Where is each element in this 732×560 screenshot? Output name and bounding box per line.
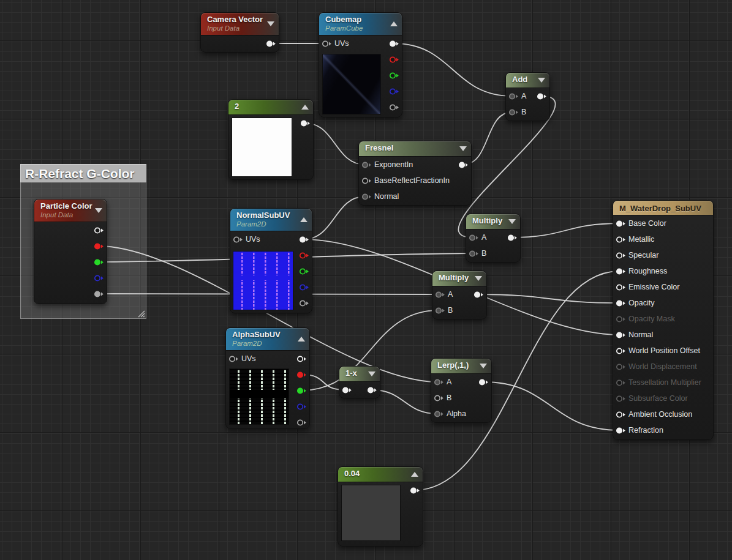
wire-cubemap.0-to-add.0[interactable]	[394, 43, 512, 96]
input-pin-a[interactable]	[469, 234, 479, 242]
input-pin-world-displacement[interactable]	[616, 363, 626, 371]
output-pin[interactable]	[299, 267, 309, 275]
input-pin-b[interactable]	[435, 307, 445, 315]
output-pin[interactable]	[458, 161, 469, 169]
input-pin-exponentin[interactable]	[361, 161, 372, 169]
collapse-down-icon[interactable]	[95, 208, 102, 213]
collapse-down-icon[interactable]	[475, 276, 482, 281]
collapse-up-icon[interactable]	[301, 105, 309, 110]
node-multiply_top[interactable]: MultiplyAB	[466, 214, 521, 263]
pin-row	[230, 295, 312, 311]
input-pin-alpha[interactable]	[434, 410, 444, 418]
pin-label: Roughness	[628, 267, 667, 275]
input-pin-uvs[interactable]	[322, 40, 332, 48]
output-pin[interactable]	[94, 274, 104, 282]
output-pin[interactable]	[389, 40, 399, 48]
input-pin-a[interactable]	[435, 291, 445, 299]
input-pin-subsurface-color[interactable]	[616, 395, 626, 403]
collapse-down-icon[interactable]	[368, 371, 375, 376]
node-alphasubuv[interactable]: AlphaSubUVParam2DUVs	[225, 327, 310, 429]
input-pin-ambient-occlusion[interactable]	[616, 411, 626, 419]
input-pin-tessellation-multiplier[interactable]	[616, 379, 626, 387]
output-pin[interactable]	[266, 40, 276, 48]
wire-normalsubuv.0-to-fresnel.2[interactable]	[304, 196, 365, 239]
node-one_minus_x[interactable]: 1-x	[339, 366, 380, 398]
input-pin-uvs[interactable]	[228, 355, 239, 363]
collapse-down-icon[interactable]	[459, 146, 467, 151]
input-pin-b[interactable]	[434, 394, 444, 402]
node-particle_color[interactable]: Particle ColorInput Data	[34, 199, 107, 304]
pin-label: Tessellation Multiplier	[628, 378, 701, 387]
output-pin[interactable]	[299, 252, 309, 259]
pin-row: Metallic	[613, 231, 713, 247]
output-pin[interactable]	[478, 378, 489, 386]
output-pin[interactable]	[410, 487, 420, 495]
input-pin-emissive-color[interactable]	[616, 283, 626, 291]
input-pin-a[interactable]	[508, 92, 519, 100]
output-pin[interactable]	[94, 258, 104, 266]
node-const004[interactable]: 0.04	[338, 466, 423, 547]
pin-row: UVs	[230, 231, 312, 247]
collapse-down-icon[interactable]	[508, 219, 516, 224]
input-pin-one-minus-x[interactable]	[342, 386, 352, 394]
output-pin[interactable]	[296, 387, 307, 395]
wire-one_minus_x.0-to-lerp.2[interactable]	[372, 390, 437, 414]
output-pin[interactable]	[299, 299, 309, 307]
node-multiply_bottom[interactable]: MultiplyAB	[432, 271, 487, 319]
output-pin[interactable]	[296, 371, 307, 379]
node-camera_vector[interactable]: Camera VectorInput Data	[200, 12, 279, 53]
input-pin-a[interactable]	[434, 378, 444, 386]
input-pin-roughness[interactable]	[616, 267, 626, 275]
input-pin-normal[interactable]	[616, 331, 626, 339]
output-pin[interactable]	[474, 291, 484, 299]
output-pin[interactable]	[367, 386, 377, 394]
node-add[interactable]: AddAB	[505, 72, 550, 121]
output-pin[interactable]	[300, 119, 311, 127]
node-lerp[interactable]: Lerp(,1,)ABAlpha	[431, 358, 492, 423]
wire-multiply_bottom.0-to-material.5[interactable]	[478, 294, 619, 303]
node-normalsubuv[interactable]: NormalSubUVParam2DUVs	[230, 208, 312, 313]
input-pin-base-color[interactable]	[616, 220, 626, 228]
input-pin-normal[interactable]	[361, 193, 372, 201]
output-pin[interactable]	[389, 56, 399, 64]
output-pin[interactable]	[299, 283, 309, 291]
collapse-up-icon[interactable]	[411, 472, 418, 477]
graph-canvas[interactable]: R-Refract G-Color Camera VectorInput Dat…	[0, 0, 732, 560]
output-pin[interactable]	[296, 403, 307, 411]
node-material[interactable]: M_WaterDrop_SubUVBase ColorMetallicSpecu…	[613, 200, 714, 440]
wire-multiply_top.0-to-material.0[interactable]	[512, 223, 619, 237]
collapse-up-icon[interactable]	[300, 217, 308, 222]
output-pin[interactable]	[537, 92, 547, 100]
output-pin[interactable]	[94, 290, 104, 298]
output-pin[interactable]	[296, 419, 307, 427]
output-pin[interactable]	[507, 234, 518, 242]
output-pin[interactable]	[296, 355, 307, 363]
input-pin-opacity[interactable]	[616, 299, 626, 307]
input-pin-world-position-offset[interactable]	[616, 347, 626, 355]
collapse-up-icon[interactable]	[298, 337, 305, 342]
input-pin-b[interactable]	[508, 108, 519, 116]
output-pin[interactable]	[94, 242, 104, 250]
input-pin-specular[interactable]	[616, 252, 626, 259]
collapse-down-icon[interactable]	[267, 21, 274, 26]
output-pin[interactable]	[299, 236, 309, 244]
input-pin-opacity-mask[interactable]	[616, 315, 626, 323]
input-pin-b[interactable]	[469, 250, 479, 258]
node-cubemap[interactable]: CubemapParamCubeUVs	[319, 12, 402, 118]
output-pin[interactable]	[389, 103, 399, 111]
pin-label: Opacity	[628, 299, 654, 307]
node-const2[interactable]: 2	[228, 99, 314, 180]
input-pin-basereflectfractionin[interactable]	[361, 177, 372, 185]
output-pin[interactable]	[94, 226, 104, 234]
input-pin-refraction[interactable]	[616, 427, 626, 435]
wire-const2.0-to-fresnel.0[interactable]	[305, 123, 365, 165]
collapse-down-icon[interactable]	[480, 364, 487, 368]
input-pin-metallic[interactable]	[616, 236, 626, 244]
pin-row: Alpha	[431, 406, 491, 422]
node-fresnel[interactable]: FresnelExponentInBaseReflectFractionInNo…	[358, 141, 472, 206]
input-pin-uvs[interactable]	[233, 236, 243, 244]
output-pin[interactable]	[389, 88, 399, 95]
collapse-down-icon[interactable]	[538, 78, 545, 83]
output-pin[interactable]	[389, 72, 399, 80]
collapse-up-icon[interactable]	[390, 21, 398, 26]
